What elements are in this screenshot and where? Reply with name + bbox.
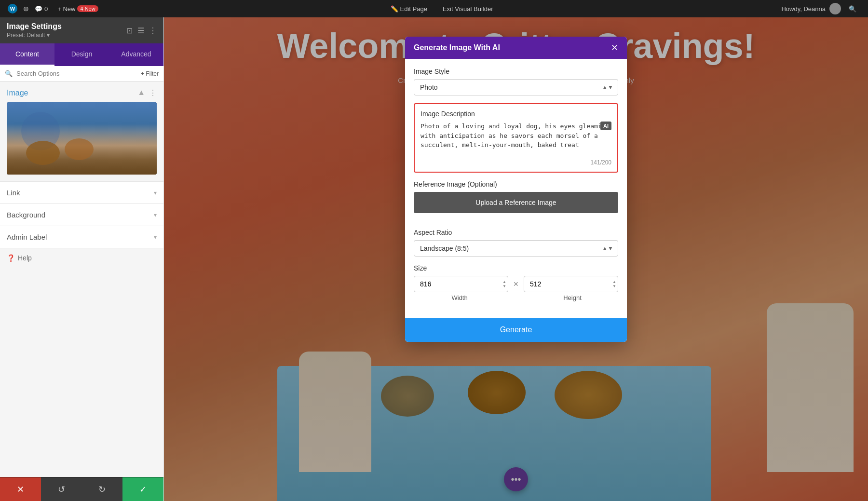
more-icon[interactable]: ⋮ <box>149 26 157 35</box>
image-style-select-wrapper: PhotoIllustrationPaintingSketch3D Render… <box>414 79 618 95</box>
comment-count: 0 <box>44 5 48 13</box>
ai-badge: AI <box>600 122 611 130</box>
upload-reference-button[interactable]: Upload a Reference Image <box>414 192 618 213</box>
height-input-wrapper: ▲ ▼ <box>524 276 618 292</box>
user-greeting: Howdy, Deanna <box>781 5 826 13</box>
image-desc-textarea[interactable]: Photo of a loving and loyal dog, his eye… <box>420 122 611 155</box>
size-row: ▲ ▼ ✕ ▲ ▼ <box>414 276 618 292</box>
responsive-icon[interactable]: ⊡ <box>126 26 133 35</box>
background-chevron-icon: ▾ <box>154 212 157 218</box>
search-button[interactable]: 🔍 <box>845 3 860 14</box>
sidebar-header: Image Settings Preset: Default ▾ ⊡ ☰ ⋮ <box>0 17 163 43</box>
tab-content[interactable]: Content <box>0 43 54 66</box>
tab-design[interactable]: Design <box>54 43 109 66</box>
new-button[interactable]: + New 4 New <box>54 3 102 14</box>
size-group: Size ▲ ▼ ✕ <box>414 264 618 301</box>
comment-icon-wrapper: 💬 0 <box>35 5 48 13</box>
tab-advanced[interactable]: Advanced <box>109 43 163 66</box>
image-preview[interactable] <box>7 102 157 175</box>
modal-header: Generate Image With AI ✕ <box>405 37 627 59</box>
new-badge: 4 New <box>77 5 98 12</box>
save-button[interactable]: ✓ <box>122 477 163 501</box>
modal-close-button[interactable]: ✕ <box>611 43 618 52</box>
top-bar-right: Howdy, Deanna 🔍 <box>781 3 860 14</box>
search-input[interactable] <box>16 70 137 77</box>
background-section-header[interactable]: Background ▾ <box>0 204 163 226</box>
width-spinner: ▲ ▼ <box>502 280 506 288</box>
sidebar: Image Settings Preset: Default ▾ ⊡ ☰ ⋮ C… <box>0 17 164 501</box>
redo-button[interactable]: ↻ <box>82 477 123 501</box>
undo-button[interactable]: ↺ <box>41 477 82 501</box>
sidebar-preset[interactable]: Preset: Default ▾ <box>7 32 62 39</box>
help-icon: ❓ <box>7 254 15 262</box>
image-desc-label: Image Description <box>420 110 611 118</box>
preview-image-visual <box>7 102 157 175</box>
image-style-label: Image Style <box>414 68 618 75</box>
page-content: Welcome to Critter Cravings! Cravings, w… <box>164 17 868 501</box>
site-icon[interactable]: ⊕ <box>23 5 29 13</box>
top-bar-left: W ⊕ 💬 0 + New 4 New <box>8 3 102 14</box>
size-label: Size <box>414 264 618 272</box>
image-preview-container <box>0 102 163 181</box>
admin-label-section: Admin Label ▾ <box>0 226 163 248</box>
link-section-title: Link <box>7 189 20 197</box>
search-bar: 🔍 + Filter <box>0 66 163 81</box>
height-label: Height <box>527 294 618 301</box>
desc-textarea-wrapper: Photo of a loving and loyal dog, his eye… <box>420 122 611 157</box>
help-button[interactable]: ❓ Help <box>0 248 163 268</box>
width-up-icon[interactable]: ▲ <box>502 280 506 284</box>
height-spinner: ▲ ▼ <box>612 280 616 288</box>
width-input[interactable] <box>414 276 508 292</box>
aspect-ratio-select[interactable]: Landscape (8:5)Portrait (5:8)Square (1:1… <box>414 240 618 257</box>
link-chevron-icon: ▾ <box>154 190 157 196</box>
image-style-group: Image Style PhotoIllustrationPaintingSke… <box>414 68 618 95</box>
aspect-ratio-select-wrapper: Landscape (8:5)Portrait (5:8)Square (1:1… <box>414 240 618 257</box>
close-button[interactable]: ✕ <box>0 477 41 501</box>
tabs: Content Design Advanced <box>0 43 163 66</box>
aspect-ratio-group: Aspect Ratio Landscape (8:5)Portrait (5:… <box>414 229 618 257</box>
top-bar: W ⊕ 💬 0 + New 4 New ✏️ Edit Page Exit Vi… <box>0 0 868 17</box>
width-input-wrapper: ▲ ▼ <box>414 276 508 292</box>
comment-icon: 💬 <box>35 5 42 13</box>
height-up-icon[interactable]: ▲ <box>612 280 616 284</box>
link-section: Link ▾ <box>0 181 163 203</box>
generate-button[interactable]: Generate <box>405 318 627 342</box>
height-down-icon[interactable]: ▼ <box>612 284 616 288</box>
collapse-icon[interactable]: ▲ <box>137 88 145 97</box>
image-description-group: Image Description Photo of a loving and … <box>414 103 618 173</box>
image-style-select[interactable]: PhotoIllustrationPaintingSketch3D Render <box>414 79 618 95</box>
edit-page-button[interactable]: ✏️ Edit Page <box>387 3 431 14</box>
modal-overlay: Generate Image With AI ✕ Image Style Pho… <box>164 17 868 501</box>
image-section-title: Image <box>7 89 28 97</box>
layout-icon[interactable]: ☰ <box>137 26 144 35</box>
sidebar-header-icons: ⊡ ☰ ⋮ <box>126 26 157 35</box>
size-x: ✕ <box>513 280 519 288</box>
bottom-toolbar: ✕ ↺ ↻ ✓ <box>0 477 163 501</box>
link-section-header[interactable]: Link ▾ <box>0 182 163 203</box>
section-more-icon[interactable]: ⋮ <box>149 88 157 97</box>
aspect-ratio-label: Aspect Ratio <box>414 229 618 236</box>
modal-footer: Generate <box>405 318 627 342</box>
search-icon: 🔍 <box>5 70 13 77</box>
admin-label-section-header[interactable]: Admin Label ▾ <box>0 226 163 248</box>
image-section-header[interactable]: Image ▲ ⋮ <box>0 81 163 102</box>
modal-title: Generate Image With AI <box>414 43 500 52</box>
admin-label-section-title: Admin Label <box>7 233 47 241</box>
filter-button[interactable]: + Filter <box>141 70 159 77</box>
wordpress-icon[interactable]: W <box>8 4 17 14</box>
reference-image-label: Reference Image (Optional) <box>414 180 618 188</box>
main-layout: Image Settings Preset: Default ▾ ⊡ ☰ ⋮ C… <box>0 17 868 501</box>
height-input[interactable] <box>524 276 618 292</box>
exit-visual-builder-button[interactable]: Exit Visual Builder <box>439 3 497 14</box>
width-down-icon[interactable]: ▼ <box>502 284 506 288</box>
section-icons: ▲ ⋮ <box>137 88 157 97</box>
sidebar-title-group: Image Settings Preset: Default ▾ <box>7 22 62 39</box>
width-label: Width <box>414 294 505 301</box>
char-count: 141/200 <box>420 159 611 166</box>
size-labels: Width Height <box>414 294 618 301</box>
reference-image-group: Reference Image (Optional) Upload a Refe… <box>414 180 618 221</box>
background-section-title: Background <box>7 211 45 219</box>
modal-body: Image Style PhotoIllustrationPaintingSke… <box>405 59 627 318</box>
avatar <box>829 3 841 14</box>
sidebar-content: Image ▲ ⋮ <box>0 81 163 477</box>
